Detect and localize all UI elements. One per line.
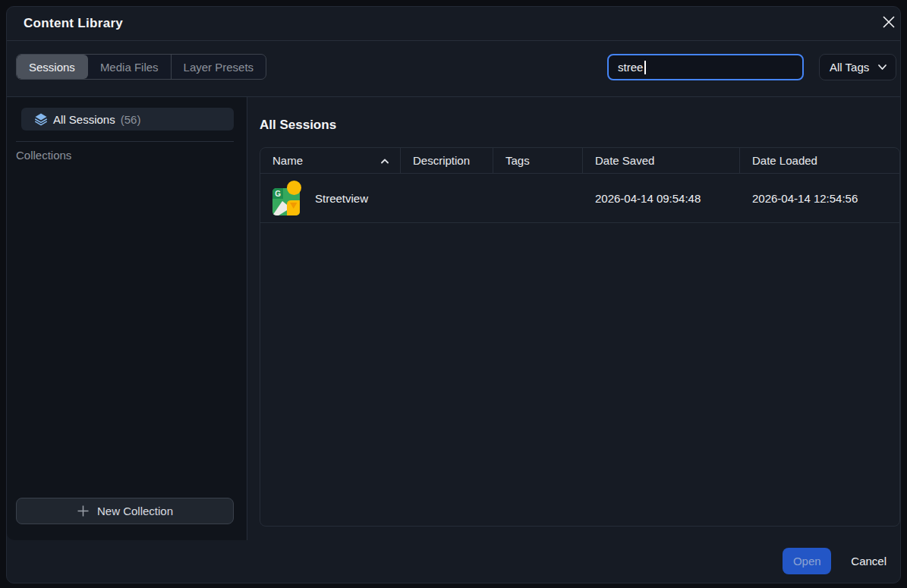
sidebar-item-all-sessions[interactable]: All Sessions (56) [21,108,234,130]
tab-media-files[interactable]: Media Files [88,55,172,79]
tab-layer-presets[interactable]: Layer Presets [172,55,266,79]
all-tags-label: All Tags [830,61,869,74]
cell-name: G Streetview [260,180,401,217]
content-library-dialog: Content Library Sessions Media Files Lay… [6,6,901,583]
sessions-table: Name Description Tags [260,147,900,527]
all-sessions-count: (56) [121,113,141,126]
dialog-footer: Open Cancel [7,539,900,583]
close-button[interactable] [879,12,899,32]
table-header: Name Description Tags [260,148,899,174]
all-tags-dropdown[interactable]: All Tags [819,54,896,80]
dialog-titlebar: Content Library [7,7,900,41]
column-header-date-loaded[interactable]: Date Loaded [740,148,899,173]
chevron-up-icon [379,156,390,165]
dialog-toolbar: Sessions Media Files Layer Presets All T… [7,41,900,97]
session-name: Streetview [315,192,368,205]
streetview-icon: G [272,180,303,217]
library-tabs: Sessions Media Files Layer Presets [16,54,266,80]
app-background: Content Library Sessions Media Files Lay… [0,0,907,588]
column-header-name[interactable]: Name [260,148,401,173]
main-content: All Sessions Name Description [247,97,900,540]
svg-text:G: G [275,189,281,197]
layers-icon [34,112,48,126]
section-heading: All Sessions [260,118,336,133]
table-row[interactable]: G Streetview 2026-04-14 09:54:48 2026-04… [260,174,899,223]
column-header-description[interactable]: Description [401,148,493,173]
cancel-button[interactable]: Cancel [851,555,887,568]
dialog-title: Content Library [24,16,123,31]
column-header-tags[interactable]: Tags [493,148,583,173]
dialog-body: All Sessions (56) Collections New Collec… [7,97,900,540]
collections-label: Collections [16,149,71,162]
cell-date-loaded: 2026-04-14 12:54:56 [740,192,899,205]
chevron-down-icon [877,61,888,73]
cell-date-saved: 2026-04-14 09:54:48 [583,192,740,205]
all-sessions-label: All Sessions [53,113,115,126]
text-caret [644,61,646,74]
open-button[interactable]: Open [783,548,831,574]
search-field [607,54,804,80]
sidebar: All Sessions (56) Collections New Collec… [7,97,247,540]
column-header-date-saved[interactable]: Date Saved [583,148,740,173]
tab-sessions[interactable]: Sessions [17,55,88,79]
new-collection-label: New Collection [97,505,173,517]
plus-icon [77,505,90,517]
sidebar-divider [16,141,234,142]
new-collection-button[interactable]: New Collection [16,498,234,524]
search-input[interactable] [609,55,802,79]
close-icon [880,14,897,30]
